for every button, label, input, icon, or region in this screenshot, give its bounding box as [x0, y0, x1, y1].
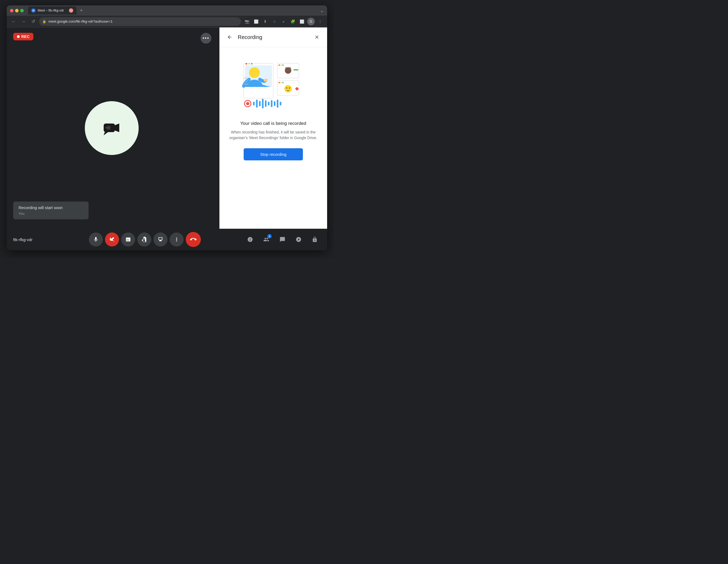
svg-text:2: 2 [243, 75, 249, 87]
svg-rect-38 [268, 102, 269, 106]
recording-toast: Recording will start soon You [13, 202, 89, 219]
you-label: You [19, 212, 83, 216]
bookmark-icon[interactable]: ☆ [271, 18, 278, 25]
svg-point-18 [281, 65, 282, 66]
camera-icon [100, 116, 124, 140]
svg-rect-39 [271, 100, 272, 107]
new-tab-button[interactable]: + [78, 7, 85, 14]
present-button[interactable] [153, 233, 167, 247]
svg-point-6 [107, 127, 108, 128]
window-menu-button[interactable]: ⌄ [320, 8, 324, 13]
panel-close-button[interactable] [312, 32, 322, 42]
three-dots-icon: ••• [203, 36, 209, 41]
mic-button[interactable] [89, 233, 103, 247]
svg-point-7 [109, 127, 110, 128]
svg-point-28 [289, 88, 290, 89]
lock-button[interactable] [309, 234, 321, 246]
rec-text: REC [21, 34, 30, 39]
svg-point-14 [248, 63, 250, 65]
browser-titlebar: M Meet – ftk-rfkg-vdr × + ⌄ [7, 5, 327, 16]
svg-point-23 [279, 82, 280, 83]
chat-button[interactable] [277, 234, 288, 246]
svg-rect-33 [253, 102, 255, 106]
svg-point-26 [284, 85, 292, 93]
extensions-icon[interactable]: 🧩 [289, 18, 296, 25]
svg-point-25 [282, 82, 284, 83]
panel-title: Recording [238, 34, 309, 40]
svg-point-15 [251, 63, 253, 65]
address-bar[interactable]: 🔒 meet.google.com/ftk-rfkg-vdr?authuser=… [39, 17, 241, 26]
close-window-button[interactable] [10, 9, 13, 12]
info-button[interactable] [244, 234, 256, 246]
svg-rect-35 [259, 101, 261, 106]
camera-toolbar-icon[interactable]: 📷 [243, 18, 251, 25]
camera-toggle-button[interactable] [105, 233, 119, 247]
people-button[interactable]: 1 [260, 234, 272, 246]
svg-point-13 [246, 63, 247, 65]
svg-rect-41 [277, 100, 278, 108]
recording-toast-message: Recording will start soon [19, 205, 83, 210]
rec-badge: REC [13, 33, 33, 40]
meet-content: REC ••• [7, 27, 327, 250]
svg-rect-36 [262, 99, 264, 109]
svg-point-20 [285, 67, 291, 74]
panel-sub-text: When recording has finished, it will be … [227, 130, 319, 141]
profile-button[interactable]: G [307, 18, 315, 25]
svg-point-24 [281, 82, 282, 83]
end-call-button[interactable] [183, 229, 204, 250]
traffic-lights [10, 9, 24, 12]
back-button[interactable]: ← [10, 18, 17, 25]
rec-dot [17, 35, 20, 38]
captions-button[interactable] [121, 233, 135, 247]
url-text: meet.google.com/ftk-rfkg-vdr?authuser=1 [48, 19, 113, 23]
active-tab[interactable]: M Meet – ftk-rfkg-vdr × [28, 6, 76, 15]
google-account-icon[interactable]: ● [280, 18, 287, 25]
toolbar-actions: 📷 ⬜ ⬆ ☆ ● 🧩 ⬜ G ⋮ [243, 18, 324, 25]
video-area [7, 27, 217, 229]
forward-button[interactable]: → [20, 18, 27, 25]
svg-point-27 [286, 88, 287, 89]
raise-hand-button[interactable] [137, 233, 151, 247]
people-badge: 1 [267, 234, 272, 239]
reload-button[interactable]: ↺ [29, 18, 37, 25]
browser-more-icon[interactable]: ⋮ [316, 18, 324, 25]
activities-button[interactable] [293, 234, 305, 246]
maximize-window-button[interactable] [20, 9, 24, 12]
recording-illustration: 2 [236, 55, 311, 114]
browser-layout-icon[interactable]: ⬜ [298, 18, 306, 25]
more-options-button[interactable]: ••• [201, 33, 211, 44]
bottom-bar: ftk-rfkg-vdr [7, 229, 327, 250]
svg-point-32 [246, 102, 249, 105]
panel-back-button[interactable] [225, 32, 235, 42]
svg-rect-40 [274, 101, 275, 106]
panel-body: 2 [219, 47, 327, 229]
pip-icon[interactable]: ⬜ [252, 18, 260, 25]
tab-close-button[interactable]: × [69, 8, 73, 13]
stop-recording-button[interactable]: Stop recording [244, 148, 303, 160]
controls-center [45, 232, 244, 247]
more-controls-button[interactable] [170, 233, 184, 247]
panel-main-text: Your video call is being recorded [240, 121, 306, 126]
recording-panel: Recording [219, 27, 327, 229]
svg-point-5 [105, 127, 106, 128]
minimize-window-button[interactable] [15, 9, 19, 12]
svg-rect-42 [280, 102, 281, 106]
user-avatar [85, 101, 139, 155]
svg-rect-34 [256, 100, 258, 108]
svg-rect-37 [265, 100, 267, 107]
controls-right: 1 [244, 234, 321, 246]
lock-icon: 🔒 [42, 20, 46, 23]
share-icon[interactable]: ⬆ [261, 18, 269, 25]
tab-favicon: M [31, 8, 36, 13]
panel-header: Recording [219, 27, 327, 47]
svg-point-11 [249, 67, 260, 78]
meeting-name: ftk-rfkg-vdr [13, 237, 45, 242]
browser-toolbar: ← → ↺ 🔒 meet.google.com/ftk-rfkg-vdr?aut… [7, 16, 327, 27]
tab-title: Meet – ftk-rfkg-vdr [38, 9, 67, 12]
svg-point-17 [279, 65, 280, 66]
tab-bar: M Meet – ftk-rfkg-vdr × + [28, 6, 318, 15]
svg-rect-21 [293, 69, 298, 71]
svg-point-19 [282, 65, 284, 66]
